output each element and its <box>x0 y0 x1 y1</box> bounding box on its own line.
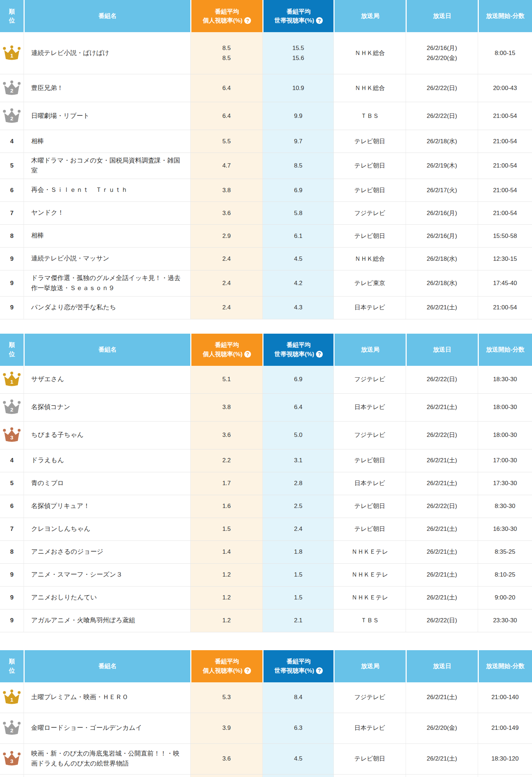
svg-text:1: 1 <box>10 53 14 59</box>
column-header-program: 番組名 <box>24 334 190 366</box>
table-body: 1連続テレビ小説・ばけばけ8.5 8.515.5 15.6ＮＨＫ総合26/2/1… <box>0 32 532 319</box>
start-time-cell: 21:00-54 <box>478 102 532 130</box>
rank-number: 5 <box>10 161 13 170</box>
program-cell: 日曜劇場・リブート <box>24 102 190 130</box>
rank-number: 6 <box>10 185 13 195</box>
help-icon[interactable]: ? <box>316 667 323 674</box>
program-cell: ヤンドク！ <box>24 202 190 224</box>
column-header-personal-rating: 番組平均 個人視聴率(%)? <box>190 334 263 366</box>
rank-number: 9 <box>10 593 13 602</box>
personal-rating-cell: 2.9 <box>190 225 263 247</box>
program-cell: アニメおさるのジョージ <box>24 541 190 563</box>
program-cell: 連続テレビ小説・マッサン <box>24 248 190 270</box>
personal-rating-cell: 3.6 <box>190 744 263 774</box>
start-time-cell: 12:30-15 <box>478 248 532 270</box>
ranking-table-3: 順 位 番組名 番組平均 個人視聴率(%)? 番組平均 世帯視聴率(%)? 放送… <box>0 650 532 777</box>
start-time-cell: 21:00-140 <box>478 682 532 713</box>
column-header-station: 放送局 <box>333 0 406 32</box>
start-time-cell: 9:00-20 <box>478 587 532 609</box>
column-header-program-label: 番組名 <box>98 662 116 671</box>
household-rating-cell: 6.3 <box>262 713 333 743</box>
column-header-personal-line2: 個人視聴率(%) <box>203 350 242 359</box>
gold-crown-icon: 1 <box>2 371 21 388</box>
table-row: 2名探偵コナン3.86.4日本テレビ26/2/21(土)18:00-30 <box>0 394 532 422</box>
station-cell: ＴＢＳ <box>333 609 406 632</box>
date-cell: 26/2/18(水) <box>406 270 478 296</box>
column-header-household-rating: 番組平均 世帯視聴率(%)? <box>262 0 333 32</box>
rank-cell: 2 <box>0 713 24 743</box>
personal-rating-cell: 1.7 <box>190 472 263 495</box>
station-cell: 日本テレビ <box>333 713 406 743</box>
date-cell: 26/2/22(日) <box>406 609 478 632</box>
column-header-program: 番組名 <box>24 0 190 32</box>
table-row: 6名探偵プリキュア！1.62.5テレビ朝日26/2/22(日)8:30-30 <box>0 495 532 518</box>
station-cell: 日本テレビ <box>333 394 406 421</box>
rank-cell: 9 <box>0 297 24 319</box>
household-rating-cell: 15.5 15.6 <box>262 32 333 74</box>
column-header-household-rating: 番組平均 世帯視聴率(%)? <box>262 334 333 366</box>
date-cell: 26/2/21(土) <box>406 449 478 472</box>
rank-cell: 8 <box>0 541 24 563</box>
help-icon[interactable]: ? <box>244 667 251 674</box>
personal-rating-cell: 1.5 <box>190 518 263 541</box>
household-rating-cell: 2.5 <box>262 495 333 518</box>
station-cell: テレビ朝日 <box>333 130 406 153</box>
household-rating-cell: 8.5 <box>262 153 333 179</box>
silver-crown-icon: 2 <box>2 720 21 736</box>
table-row: 5木曜ドラマ・おコメの女・国税局資料調査課・雑国室4.78.5テレビ朝日26/2… <box>0 153 532 179</box>
personal-rating-cell: 3.6 <box>190 202 263 224</box>
rank-number: 7 <box>10 208 13 218</box>
station-cell: テレビ朝日 <box>333 153 406 179</box>
personal-rating-cell: 5.5 <box>190 130 263 153</box>
personal-rating-cell: 5.3 <box>190 682 263 713</box>
rank-number: 9 <box>10 616 13 625</box>
table-row: 1サザエさん5.16.9フジテレビ26/2/22(日)18:30-30 <box>0 366 532 394</box>
household-rating-cell: 6.4 <box>262 394 333 421</box>
household-rating-cell: 1.5 <box>262 587 333 609</box>
date-cell: 26/2/21(土) <box>406 564 478 586</box>
help-icon[interactable]: ? <box>244 17 251 24</box>
start-time-cell: 18:00-30 <box>478 394 532 421</box>
household-rating-cell: 9.9 <box>262 102 333 130</box>
partial-cell <box>190 774 263 777</box>
station-cell: テレビ東京 <box>333 270 406 296</box>
date-cell: 26/2/20(金) <box>406 713 478 743</box>
station-cell: フジテレビ <box>333 366 406 393</box>
tv-ratings-page: 順 位 番組名 番組平均 個人視聴率(%)? 番組平均 世帯視聴率(%)? 放送… <box>0 0 532 777</box>
start-time-cell: 21:00-54 <box>478 130 532 153</box>
program-cell: ドラマ傑作選・孤独のグルメ全話イッキ見！・過去作一挙放送・Ｓｅａｓｏｎ９ <box>24 270 190 296</box>
household-rating-cell: 9.7 <box>262 130 333 153</box>
program-cell: アニメ・スマーフ・シーズン３ <box>24 564 190 586</box>
rank-cell: 4 <box>0 449 24 472</box>
program-cell: 再会・Ｓｉｌｅｎｔ Ｔｒｕｔｈ <box>24 179 190 201</box>
help-icon[interactable]: ? <box>244 351 251 358</box>
column-header-rank: 順 位 <box>0 0 24 32</box>
help-icon[interactable]: ? <box>316 17 323 24</box>
date-cell: 26/2/16(月) <box>406 202 478 224</box>
program-cell: サザエさん <box>24 366 190 393</box>
station-cell: フジテレビ <box>333 422 406 449</box>
station-cell: フジテレビ <box>333 682 406 713</box>
date-cell: 26/2/22(日) <box>406 495 478 518</box>
column-header-station-label: 放送局 <box>361 345 379 354</box>
personal-rating-cell: 5.1 <box>190 366 263 393</box>
column-header-personal-rating: 番組平均 個人視聴率(%)? <box>190 0 263 32</box>
help-icon[interactable]: ? <box>316 351 323 358</box>
station-cell: テレビ朝日 <box>333 495 406 518</box>
column-header-rank: 順 位 <box>0 650 24 682</box>
personal-rating-cell: 1.2 <box>190 587 263 609</box>
rank-cell: 2 <box>0 102 24 130</box>
column-header-start-time: 放送開始-分数 <box>478 650 532 682</box>
table-header: 順 位 番組名 番組平均 個人視聴率(%)? 番組平均 世帯視聴率(%)? 放送… <box>0 650 532 682</box>
table-header: 順 位 番組名 番組平均 個人視聴率(%)? 番組平均 世帯視聴率(%)? 放送… <box>0 334 532 366</box>
column-header-date-label: 放送日 <box>433 662 451 671</box>
personal-rating-cell: 1.6 <box>190 495 263 518</box>
rank-cell: 3 <box>0 422 24 449</box>
household-rating-cell: 4.5 <box>262 248 333 270</box>
station-cell: テレビ朝日 <box>333 179 406 201</box>
table-row: 9ドラマ傑作選・孤独のグルメ全話イッキ見！・過去作一挙放送・Ｓｅａｓｏｎ９2.4… <box>0 270 532 297</box>
station-cell: ＮＨＫ総合 <box>333 74 406 102</box>
personal-rating-cell: 2.2 <box>190 449 263 472</box>
column-header-start-time: 放送開始-分数 <box>478 0 532 32</box>
column-header-personal-line2: 個人視聴率(%) <box>203 666 242 676</box>
